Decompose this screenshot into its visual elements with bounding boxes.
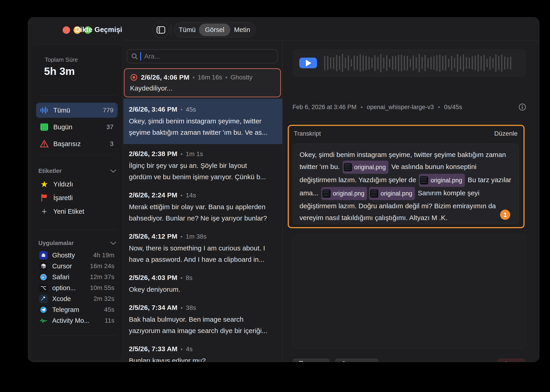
audio-time: 0s/45s	[444, 104, 462, 111]
info-icon[interactable]	[518, 103, 526, 111]
play-icon	[306, 60, 311, 66]
search-field[interactable]	[127, 49, 278, 63]
sidebar-filter-item[interactable]: Tümü 779	[36, 103, 118, 118]
annotation-badge: 1	[500, 210, 510, 220]
entry-preview: Bunları kavuş ediyor mu?	[129, 355, 277, 362]
close-window-button[interactable]	[63, 26, 70, 34]
audio-meta-row: Feb 6, 2026 at 3:46 PM • openai_whisper-…	[292, 103, 526, 111]
entry-preview: Okey deniyorum.	[129, 284, 277, 295]
document-icon	[298, 361, 305, 362]
history-entry[interactable]: 2/6/26, 3:46 PM • 45s Okey, şimdi benim …	[123, 99, 282, 144]
entry-date: 2/5/26, 4:03 PM	[129, 274, 177, 281]
entry-date: 2/5/26, 4:12 PM	[129, 232, 177, 240]
image-filename: original.png	[430, 175, 462, 186]
cursor-icon	[39, 262, 48, 270]
sidebar-filter-label: Başarısız	[53, 140, 110, 148]
audio-waveform[interactable]	[324, 52, 519, 74]
telegram-icon	[39, 306, 48, 314]
entry-list: 2/6/26, 3:46 PM • 45s Okey, şimdi benim …	[123, 99, 282, 362]
sidebar-app-item[interactable]: Telegram 45s	[36, 304, 118, 315]
history-entry[interactable]: 2/5/26, 7:34 AM • 38s Bak hala bulmuyor.…	[123, 298, 282, 339]
total-duration-value: 5h 3m	[44, 65, 75, 77]
app-duration: 12m 37s	[90, 273, 114, 281]
image-attachment-chip[interactable]: original.png	[419, 174, 465, 187]
sidebar-filter-count: 37	[106, 123, 113, 131]
window-title: Dikte Geçmişi	[75, 26, 122, 34]
view-mode-tab[interactable]: Görsel	[199, 24, 230, 36]
sidebar-app-item[interactable]: Cursor 16m 24s	[36, 261, 118, 272]
image-attachment-chip[interactable]: original.png	[369, 187, 415, 200]
sidebar-app-item[interactable]: Xcode 2m 32s	[36, 293, 118, 304]
app-duration: 16m 24s	[90, 262, 114, 270]
option-icon	[39, 284, 48, 292]
sidebar-filter-label: Bugün	[53, 123, 106, 131]
sidebar-tag-item[interactable]: ★ Yıldızlı	[36, 177, 118, 191]
apps-section-header[interactable]: Uygulamalar	[38, 239, 116, 247]
search-input[interactable]	[141, 52, 273, 60]
play-button[interactable]	[299, 58, 317, 68]
sidebar-filter-count: 779	[103, 107, 113, 114]
history-entry[interactable]: 2/5/26, 7:33 AM • 4s Bunları kavuş ediyo…	[123, 339, 282, 362]
delete-button[interactable]: Sil	[497, 358, 526, 362]
sidebar-app-item[interactable]: Ghostty 4h 19m	[36, 250, 118, 261]
sidebar-tag-label: Yeni Etiket	[53, 208, 84, 215]
activity-icon	[39, 316, 48, 325]
sidebar-filter-label: Tümü	[53, 107, 103, 114]
sidebar-tag-item[interactable]: + Yeni Etiket	[36, 205, 118, 218]
sidebar-toggle-button[interactable]	[153, 21, 169, 38]
image-thumbnail	[344, 163, 352, 171]
edit-button[interactable]: Düzenle	[494, 130, 518, 137]
sidebar-tag-label: İşaretli	[53, 194, 73, 202]
star-icon: ★	[39, 179, 49, 189]
view-mode-tab[interactable]: Tümü	[175, 24, 199, 36]
view-mode-tab[interactable]: Metin	[230, 24, 254, 36]
entry-duration: 1m 38s	[186, 233, 207, 240]
paste-button[interactable]: Yapıştır	[335, 358, 379, 362]
image-filename: original.png	[354, 161, 386, 173]
transcript-header: Transkript	[294, 130, 321, 137]
tags-section-header[interactable]: Etiketler	[38, 168, 116, 175]
app-duration: 45s	[104, 306, 114, 313]
sidebar-filter-item[interactable]: Bugün 37	[36, 119, 118, 134]
history-entry[interactable]: 2/6/26, 2:24 PM • 14s Merak ettiğim bir …	[123, 185, 282, 227]
audio-model: openai_whisper-large-v3	[367, 104, 434, 111]
entry-duration: 8s	[186, 274, 193, 281]
app-name: Cursor	[52, 262, 90, 270]
sidebar-tag-item[interactable]: İşaretli	[36, 191, 118, 205]
image-attachment-chip[interactable]: original.png	[343, 161, 389, 174]
sidebar-app-item[interactable]: option... 10m 55s	[36, 282, 118, 293]
image-thumbnail	[322, 189, 331, 198]
sidebar-app-item[interactable]: Activity Mo... 11s	[36, 315, 118, 326]
entry-duration: 45s	[186, 106, 196, 113]
app-name: Telegram	[52, 306, 104, 314]
image-thumbnail	[420, 176, 428, 184]
app-duration: 11s	[105, 317, 114, 324]
trash-icon	[503, 361, 509, 362]
waveform-icon	[39, 105, 49, 115]
sidebar-app-item[interactable]: Safari 12m 37s	[36, 272, 118, 282]
history-entries: 2/6/26, 4:06 PM • 16m 16s • Ghostty Kayd…	[123, 68, 282, 362]
app-duration: 2m 32s	[93, 295, 114, 302]
recording-date: 2/6/26, 4:06 PM	[141, 73, 189, 81]
recording-duration: 16m 16s	[198, 74, 222, 81]
recording-entry[interactable]: 2/6/26, 4:06 PM • 16m 16s • Ghostty Kayd…	[124, 68, 281, 97]
entry-date: 2/6/26, 3:46 PM	[129, 105, 177, 113]
chevron-down-icon	[110, 241, 116, 245]
history-entry[interactable]: 2/5/26, 4:12 PM • 1m 38s Now, there is s…	[123, 227, 282, 268]
record-icon	[130, 73, 138, 81]
image-attachment-chip[interactable]: original.png	[321, 187, 367, 200]
action-bar: Metin Yapıştır Sil	[292, 358, 526, 362]
delete-button-label: Sil	[512, 361, 520, 362]
history-entry[interactable]: 2/5/26, 4:03 PM • 8s Okey deniyorum.	[123, 268, 282, 298]
image-thumbnail	[370, 189, 378, 198]
plus-icon: +	[39, 206, 49, 217]
transcript-content[interactable]: Okey, şimdi benim instagram şeyime, twit…	[293, 144, 519, 224]
entry-date: 2/5/26, 7:34 AM	[129, 304, 177, 311]
app-duration: 10m 55s	[90, 284, 114, 292]
sidebar-toggle-icon	[156, 26, 165, 34]
search-icon	[131, 53, 138, 60]
sidebar-filter-item[interactable]: Başarısız 3	[36, 136, 118, 151]
recording-app: Ghostty	[231, 74, 252, 81]
history-entry[interactable]: 2/6/26, 2:38 PM • 1m 1s İlginç bir şey v…	[123, 144, 282, 185]
text-button[interactable]: Metin	[292, 358, 330, 362]
